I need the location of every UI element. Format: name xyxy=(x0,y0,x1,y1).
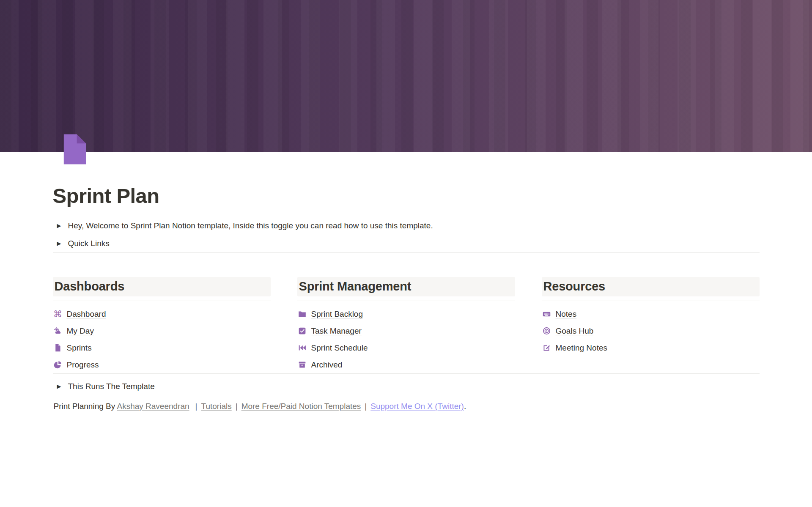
footer-author-link[interactable]: Akshay Raveendran xyxy=(117,402,189,411)
page-link-label: Dashboard xyxy=(67,309,106,320)
page-link-sprints[interactable]: Sprints xyxy=(53,340,271,356)
checkbox-icon xyxy=(298,326,307,336)
page-link-sprint-backlog[interactable]: Sprint Backlog xyxy=(297,306,515,323)
footer-suffix: . xyxy=(464,402,466,411)
page-link-goals-hub[interactable]: Goals Hub xyxy=(542,323,760,340)
archive-icon xyxy=(298,360,307,370)
column-sprint-management: Sprint Management Sprint Backlog xyxy=(297,277,515,373)
toggle-runs-template-label: This Runs The Template xyxy=(68,381,155,392)
toggle-quick-links-label: Quick Links xyxy=(68,238,110,249)
divider xyxy=(53,301,271,301)
page-link-label: Sprint Schedule xyxy=(311,343,368,354)
toggle-runs-template[interactable]: ▶ This Runs The Template xyxy=(53,378,760,395)
footer-credits: Print Planning By Akshay Raveendran|Tuto… xyxy=(53,400,760,412)
footer-prefix: Print Planning By xyxy=(54,402,115,411)
page-link-progress[interactable]: Progress xyxy=(53,356,271,373)
footer-tutorials-link[interactable]: Tutorials xyxy=(201,402,232,411)
divider xyxy=(53,252,760,253)
divider xyxy=(542,301,760,301)
page-link-dashboard[interactable]: ⌘ Dashboard xyxy=(53,306,271,323)
page-link-label: Archived xyxy=(311,359,343,370)
page-link-label: Sprint Backlog xyxy=(311,309,363,320)
page-link-label: Goals Hub xyxy=(556,326,594,337)
notion-page: Sprint Plan ▶ Hey, Welcome to Sprint Pla… xyxy=(0,0,812,507)
page-content: Sprint Plan ▶ Hey, Welcome to Sprint Pla… xyxy=(53,134,760,412)
page-link-label: My Day xyxy=(67,326,94,337)
page-link-label: Sprints xyxy=(67,343,92,354)
page-link-label: Meeting Notes xyxy=(556,343,608,354)
toggle-quick-links[interactable]: ▶ Quick Links xyxy=(53,235,760,252)
rewind-icon xyxy=(298,343,307,353)
heading-resources: Resources xyxy=(542,277,760,296)
heading-resources-label: Resources xyxy=(543,280,606,293)
page-link-label: Progress xyxy=(67,359,99,370)
cover-image xyxy=(0,0,812,152)
page-link-archived[interactable]: Archived xyxy=(297,356,515,373)
footer-separator: | xyxy=(365,402,367,411)
sun-cloud-icon xyxy=(53,326,63,336)
footer-separator: | xyxy=(195,402,198,411)
heading-sprint-management: Sprint Management xyxy=(297,277,515,296)
compose-icon xyxy=(542,343,551,353)
heading-dashboards-label: Dashboards xyxy=(55,280,125,293)
page-link-sprint-schedule[interactable]: Sprint Schedule xyxy=(297,340,515,356)
page-link-label: Task Manager xyxy=(311,326,362,337)
toggle-triangle-icon[interactable]: ▶ xyxy=(54,220,65,231)
page-link-task-manager[interactable]: Task Manager xyxy=(297,323,515,340)
footer-support-link[interactable]: Support Me On X (Twitter) xyxy=(370,402,464,411)
page-link-notes[interactable]: Notes xyxy=(542,306,760,323)
link-columns: Dashboards ⌘ Dashboard My Day xyxy=(53,277,760,373)
target-icon xyxy=(542,326,551,336)
keyboard-icon xyxy=(542,310,551,319)
page-title[interactable]: Sprint Plan xyxy=(53,184,760,208)
divider xyxy=(53,373,760,374)
column-dashboards: Dashboards ⌘ Dashboard My Day xyxy=(53,277,271,373)
toggle-welcome-label: Hey, Welcome to Sprint Plan Notion templ… xyxy=(68,220,433,231)
toggle-triangle-icon[interactable]: ▶ xyxy=(54,381,65,392)
footer-separator: | xyxy=(236,402,238,411)
page-link-my-day[interactable]: My Day xyxy=(53,323,271,340)
page-icon xyxy=(53,343,63,353)
page-icon[interactable] xyxy=(62,134,88,165)
toggle-welcome[interactable]: ▶ Hey, Welcome to Sprint Plan Notion tem… xyxy=(53,217,760,235)
divider xyxy=(297,301,515,301)
heading-sprint-management-label: Sprint Management xyxy=(299,280,411,293)
pie-chart-icon xyxy=(53,360,63,370)
column-resources: Resources xyxy=(542,277,760,373)
heading-dashboards: Dashboards xyxy=(53,277,271,296)
footer-templates-link[interactable]: More Free/Paid Notion Templates xyxy=(241,402,361,411)
toggle-triangle-icon[interactable]: ▶ xyxy=(54,238,65,249)
page-link-label: Notes xyxy=(556,309,577,320)
command-icon: ⌘ xyxy=(53,310,63,319)
toggle-list: ▶ Hey, Welcome to Sprint Plan Notion tem… xyxy=(53,217,760,252)
folder-icon xyxy=(298,310,307,319)
page-link-meeting-notes[interactable]: Meeting Notes xyxy=(542,340,760,356)
